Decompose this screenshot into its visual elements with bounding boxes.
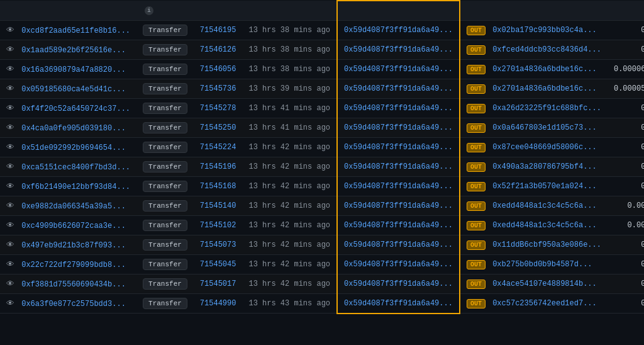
from-address[interactable]: 0x59d4087f3ff91da6a49... <box>344 299 453 308</box>
txn-hash-value[interactable]: 0xf4f20c52a6450724c37... <box>21 105 130 113</box>
from-address[interactable]: 0x59d4087f3ff91da6a49... <box>344 26 453 35</box>
txn-hash-value[interactable]: 0xcd8f2aad65e11fe8b16... <box>21 26 130 35</box>
block-number[interactable]: 71545278 <box>200 104 236 113</box>
value-cell: 0.000543785 ETH <box>608 177 644 196</box>
eye-icon[interactable]: 👁 <box>6 84 14 94</box>
value-cell: 0.000066341134999 ETH <box>608 60 644 79</box>
block-number[interactable]: 71545017 <box>200 280 236 288</box>
age-value: 13 hrs 42 mins ago <box>248 240 330 249</box>
to-address[interactable]: 0xc57c2356742eed1ed7... <box>492 299 597 308</box>
to-address[interactable]: 0xedd4848a1c3c4c5c6a... <box>492 201 597 210</box>
to-address[interactable]: 0x4ace54107e4889814b... <box>492 280 597 288</box>
block-number[interactable]: 71545224 <box>200 143 236 152</box>
eye-icon[interactable]: 👁 <box>6 260 14 269</box>
method-badge: Transfer <box>143 44 187 55</box>
txn-hash-value[interactable]: 0x6a3f0e877c2575bdd3... <box>21 300 126 308</box>
block-number[interactable]: 71546126 <box>200 45 236 54</box>
to-address[interactable]: 0xfced4ddcb93cc8436d4... <box>492 45 601 54</box>
from-address[interactable]: 0x59d4087f3ff91da6a49... <box>344 84 453 93</box>
to-address[interactable]: 0x490a3a280786795bf4... <box>492 162 597 171</box>
block-number[interactable]: 71546056 <box>200 65 236 74</box>
from-address[interactable]: 0x59d4087f3ff91da6a49... <box>344 221 453 230</box>
txn-hash-value[interactable]: 0xf6b21490e12bbf93d84... <box>21 183 130 191</box>
block-cell: 71545102 <box>194 216 243 235</box>
eye-icon[interactable]: 👁 <box>6 201 14 211</box>
method-badge: Transfer <box>143 161 187 172</box>
eye-icon[interactable]: 👁 <box>6 240 14 250</box>
txn-hash-value[interactable]: 0x22c722df279099bdb8... <box>21 261 126 269</box>
to-cell: OUT 0xedd4848a1c3c4c5c6a... <box>460 196 608 216</box>
from-address[interactable]: 0x59d4087f3ff91da6a49... <box>344 260 453 269</box>
age-cell: 13 hrs 38 mins ago <box>242 60 337 79</box>
eye-icon[interactable]: 👁 <box>6 104 14 113</box>
eye-icon[interactable]: 👁 <box>6 280 14 289</box>
to-address[interactable]: 0xa26d23225f91c688bfc... <box>492 104 601 113</box>
txn-hash-value[interactable]: 0x1aad589e2b6f25616e... <box>21 46 126 55</box>
from-address[interactable]: 0x59d4087f3ff91da6a49... <box>344 45 453 54</box>
from-address[interactable]: 0x59d4087f3ff91da6a49... <box>344 104 453 113</box>
txn-hash-value[interactable]: 0x059185680ca4e5d41c... <box>21 85 126 94</box>
eye-icon[interactable]: 👁 <box>6 162 14 172</box>
from-address[interactable]: 0x59d4087f3ff91da6a49... <box>344 280 453 288</box>
block-number[interactable]: 71546195 <box>200 26 236 35</box>
from-address[interactable]: 0x59d4087f3ff91da6a49... <box>344 123 453 132</box>
block-number[interactable]: 71545045 <box>200 260 236 269</box>
txn-hash-value[interactable]: 0xe9882da066345a39a5... <box>21 202 126 211</box>
to-address[interactable]: 0x0a6467803e1d105c73... <box>492 123 597 132</box>
eye-icon[interactable]: 👁 <box>6 123 14 133</box>
table-row: 👁 0xf3881d75560690434b... Transfer 71545… <box>0 274 644 294</box>
eye-icon[interactable]: 👁 <box>6 26 14 35</box>
method-info-icon[interactable]: i <box>145 6 153 15</box>
block-number[interactable]: 71545250 <box>200 123 236 132</box>
txn-hash-value[interactable]: 0x497eb9d21b3c87f093... <box>21 241 126 250</box>
txn-hash-value[interactable]: 0x51de092992b9694654... <box>21 144 126 152</box>
block-number[interactable]: 71545196 <box>200 162 236 171</box>
from-address[interactable]: 0x59d4087f3ff91da6a49... <box>344 143 453 152</box>
block-cell: 71545168 <box>194 177 243 196</box>
eye-icon[interactable]: 👁 <box>6 143 14 152</box>
block-number[interactable]: 71545736 <box>200 84 236 93</box>
to-address[interactable]: 0xb275b0bd0b9b4587d... <box>492 260 592 269</box>
txn-hash-value[interactable]: 0x16a3690879a47a8820... <box>21 65 126 74</box>
eye-icon[interactable]: 👁 <box>6 221 14 230</box>
eye-icon[interactable]: 👁 <box>6 182 14 191</box>
to-address[interactable]: 0x87cee048669d58006c... <box>492 143 597 152</box>
to-address[interactable]: 0x11ddB6cbf950a3e086e... <box>492 240 601 249</box>
to-address[interactable]: 0xedd4848a1c3c4c5c6a... <box>492 221 597 230</box>
eye-icon[interactable]: 👁 <box>6 65 14 74</box>
to-address[interactable]: 0x02ba179c993bb03c4a... <box>492 26 597 35</box>
age-cell: 13 hrs 42 mins ago <box>242 235 337 255</box>
block-number[interactable]: 71545168 <box>200 182 236 191</box>
from-address[interactable]: 0x59d4087f3ff91da6a49... <box>344 240 453 249</box>
value-cell: 0.000058692 ETH <box>608 255 644 274</box>
age-header[interactable] <box>242 1 337 21</box>
txn-hash-value[interactable]: 0xf3881d75560690434b... <box>21 280 126 289</box>
from-cell: 0x59d4087f3ff91da6a49... <box>337 294 460 314</box>
age-cell: 13 hrs 41 mins ago <box>242 99 337 118</box>
value-cell: 0.000625796 ETH <box>608 118 644 138</box>
to-address[interactable]: 0x2701a4836a6bdbe16c... <box>492 84 597 93</box>
from-address[interactable]: 0x59d4087f3ff91da6a49... <box>344 182 453 191</box>
eye-icon[interactable]: 👁 <box>6 299 14 308</box>
from-address[interactable]: 0x59d4087f3ff91da6a49... <box>344 65 453 74</box>
from-cell: 0x59d4087f3ff91da6a49... <box>337 138 460 157</box>
block-number[interactable]: 71545073 <box>200 240 236 249</box>
from-address[interactable]: 0x59d4087f3ff91da6a49... <box>344 162 453 171</box>
from-address[interactable]: 0x59d4087f3ff91da6a49... <box>344 201 453 210</box>
age-cell: 13 hrs 39 mins ago <box>242 79 337 99</box>
txn-hash-value[interactable]: 0x4ca0a0fe905d039180... <box>21 124 126 133</box>
block-number[interactable]: 71545102 <box>200 221 236 230</box>
value-cell: 0.000621662 ETH <box>608 99 644 118</box>
age-cell: 13 hrs 42 mins ago <box>242 216 337 235</box>
to-address[interactable]: 0x2701a4836a6bdbe16c... <box>492 65 597 74</box>
method-badge: Transfer <box>143 64 187 75</box>
block-number[interactable]: 71544990 <box>200 299 236 308</box>
txn-hash-value[interactable]: 0xca5151cec8400f7bd3d... <box>21 163 130 172</box>
block-number[interactable]: 71545140 <box>200 201 236 210</box>
from-cell: 0x59d4087f3ff91da6a49... <box>337 177 460 196</box>
eye-icon[interactable]: 👁 <box>6 45 14 55</box>
to-address[interactable]: 0x52f21a3b0570e1a024... <box>492 182 597 191</box>
txn-hash-cell: 👁 0xf6b21490e12bbf93d84... <box>0 177 136 196</box>
from-cell: 0x59d4087f3ff91da6a49... <box>337 21 460 40</box>
txn-hash-value[interactable]: 0xc4909b6626072caa3e... <box>21 222 126 230</box>
